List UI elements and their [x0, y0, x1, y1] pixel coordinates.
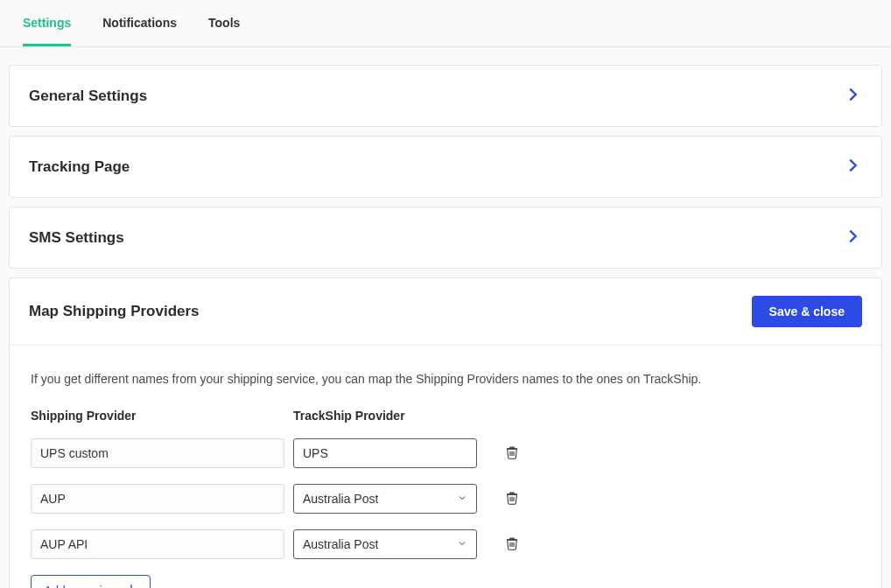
- chevron-right-icon: [843, 85, 862, 107]
- select-value: Australia Post: [303, 537, 378, 551]
- select-value: Australia Post: [303, 492, 378, 506]
- trash-icon[interactable]: [505, 444, 519, 463]
- tab-notifications[interactable]: Notifications: [102, 0, 177, 46]
- map-help-text: If you get different names from your shi…: [31, 372, 860, 386]
- panel-map-header[interactable]: Map Shipping Providers Save & close: [10, 278, 881, 346]
- panel-general-header[interactable]: General Settings: [10, 66, 881, 126]
- tab-settings[interactable]: Settings: [23, 0, 71, 46]
- panel-tracking-title: Tracking Page: [29, 158, 130, 176]
- panel-map-title: Map Shipping Providers: [29, 303, 200, 320]
- trackship-provider-select[interactable]: Australia Post: [293, 529, 477, 559]
- col-header-shipping: Shipping Provider: [31, 409, 293, 423]
- select-value: UPS: [303, 446, 328, 460]
- chevron-down-icon: [457, 492, 467, 506]
- panel-sms: SMS Settings: [9, 206, 882, 269]
- trash-icon[interactable]: [505, 490, 519, 508]
- add-mapping-label: Add mapping: [44, 584, 116, 589]
- trackship-provider-select[interactable]: Australia Post: [293, 484, 477, 514]
- map-headers-row: Shipping Provider TrackShip Provider: [31, 409, 860, 423]
- add-mapping-button[interactable]: Add mapping: [31, 575, 151, 588]
- tab-tools[interactable]: Tools: [208, 0, 240, 46]
- map-row: Australia Post: [31, 484, 860, 514]
- panel-sms-header[interactable]: SMS Settings: [10, 207, 881, 268]
- chevron-right-icon: [843, 156, 862, 178]
- panel-map-body: If you get different names from your shi…: [10, 346, 881, 588]
- chevron-right-icon: [843, 227, 862, 248]
- shipping-provider-input[interactable]: [31, 484, 284, 514]
- top-tabs: Settings Notifications Tools: [0, 0, 891, 47]
- map-row: Australia Post: [31, 529, 860, 559]
- map-row: UPS: [31, 438, 860, 468]
- chevron-down-icon: [457, 537, 467, 551]
- panel-general: General Settings: [9, 65, 882, 127]
- shipping-provider-input[interactable]: [31, 529, 284, 559]
- panel-tracking-header[interactable]: Tracking Page: [10, 136, 881, 197]
- panel-map-providers: Map Shipping Providers Save & close If y…: [9, 277, 882, 588]
- panel-general-title: General Settings: [29, 88, 147, 105]
- save-close-button[interactable]: Save & close: [752, 296, 862, 327]
- shipping-provider-input[interactable]: [31, 438, 284, 468]
- panel-tracking: Tracking Page: [9, 136, 882, 198]
- plus-icon: [125, 583, 137, 588]
- trash-icon[interactable]: [505, 536, 519, 554]
- col-header-trackship: TrackShip Provider: [293, 409, 495, 423]
- panel-sms-title: SMS Settings: [29, 229, 124, 247]
- content-area: General Settings Tracking Page SMS Setti…: [0, 47, 891, 588]
- trackship-provider-select[interactable]: UPS: [293, 438, 477, 468]
